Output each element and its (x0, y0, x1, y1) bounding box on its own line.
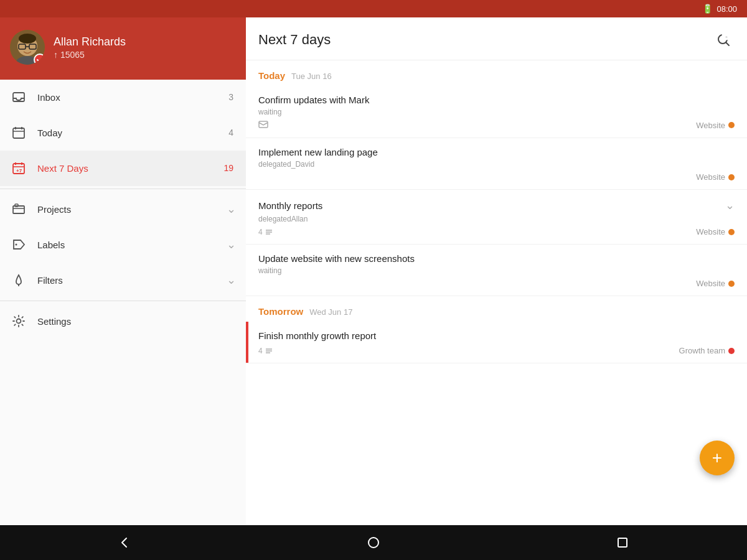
task-meta-left-3: 4 (258, 228, 273, 236)
sidebar-count-today: 4 (228, 128, 233, 138)
status-time: 08:00 (716, 4, 737, 14)
sidebar-item-projects[interactable]: Projects ⌄ (0, 192, 246, 227)
notification-area (718, 25, 735, 45)
inbox-icon (10, 88, 27, 106)
task-title-1: Confirm updates with Mark (258, 95, 735, 105)
task-item-confirm-updates[interactable]: Confirm updates with Mark waiting (246, 86, 747, 138)
task-list: Today Tue Jun 16 Confirm updates with Ma… (246, 60, 747, 525)
task-count-3: 4 (258, 228, 273, 236)
filters-icon (10, 271, 27, 289)
svg-point-22 (725, 37, 728, 40)
task-meta-3: 4 Website (258, 227, 735, 236)
svg-rect-25 (259, 121, 268, 128)
back-button[interactable] (106, 530, 143, 555)
task-project-4: Website (696, 279, 735, 288)
project-dot-1 (728, 122, 735, 128)
task-item-screenshots[interactable]: Update website with new screenshots wait… (246, 245, 747, 296)
sidebar-label-inbox: Inbox (37, 92, 228, 103)
user-karma: ↑ 15065 (54, 50, 126, 60)
svg-point-21 (17, 319, 21, 324)
status-bar: 🔋 08:00 (0, 0, 747, 17)
divider-1 (0, 189, 246, 189)
projects-chevron-icon: ⌄ (227, 202, 236, 216)
main-area: Allan Richards ↑ 15065 Inbox 3 (0, 17, 747, 525)
labels-icon (10, 236, 27, 253)
sidebar-count-inbox: 3 (228, 92, 233, 102)
svg-point-32 (369, 538, 378, 548)
avatar (10, 30, 45, 65)
task-meta-5: 4 Growth team (258, 346, 735, 355)
svg-rect-18 (15, 204, 18, 207)
divider-2 (0, 301, 246, 301)
user-info: Allan Richards ↑ 15065 (54, 35, 126, 60)
right-panel: Next 7 days Today Tue Jun 16 (246, 17, 747, 525)
task-meta-4: Website (258, 279, 735, 288)
user-header: Allan Richards ↑ 15065 (0, 17, 246, 80)
email-icon-1 (258, 120, 268, 130)
task-panel: Next 7 days Today Tue Jun 16 (246, 17, 747, 525)
sidebar-nav: Inbox 3 Today 4 (0, 80, 246, 525)
task-subtitle-1: waiting (258, 108, 735, 116)
svg-rect-33 (618, 538, 627, 547)
section-tomorrow: Tomorrow Wed Jun 17 (246, 296, 747, 322)
task-meta-left-1 (258, 120, 268, 130)
task-subtitle-4: waiting (258, 266, 735, 275)
task-project-2: Website (696, 172, 735, 182)
sidebar-label-projects: Projects (37, 204, 224, 215)
section-today: Today Tue Jun 16 (246, 60, 747, 86)
sidebar-item-next7days[interactable]: +7 Next 7 Days 19 (0, 151, 246, 186)
projects-icon (10, 200, 27, 218)
battery-icon: 🔋 (702, 4, 713, 14)
task-title-4: Update website with new screenshots (258, 253, 735, 264)
svg-point-2 (19, 34, 36, 44)
section-today-date: Tue Jun 16 (291, 72, 332, 81)
task-meta-1: Website (258, 120, 735, 130)
project-dot-3 (728, 229, 735, 235)
sidebar: Allan Richards ↑ 15065 Inbox 3 (0, 17, 246, 525)
task-expand-icon-3[interactable]: ⌄ (725, 198, 735, 212)
sidebar-item-today[interactable]: Today 4 (0, 115, 246, 151)
fab-plus-icon: + (712, 449, 722, 467)
labels-chevron-icon: ⌄ (227, 238, 236, 251)
task-subtitle-3: delegatedAllan (258, 215, 735, 223)
sidebar-label-labels: Labels (37, 240, 224, 250)
svg-text:+7: +7 (16, 168, 22, 174)
task-meta-2: Website (258, 172, 735, 182)
bottom-navigation-bar (0, 525, 747, 560)
sidebar-label-today: Today (37, 128, 228, 138)
sidebar-item-inbox[interactable]: Inbox 3 (0, 80, 246, 115)
task-meta-left-5: 4 (258, 347, 273, 355)
task-panel-title: Next 7 days (258, 32, 712, 48)
sidebar-item-filters[interactable]: Filters ⌄ (0, 263, 246, 298)
task-title-2: Implement new landing page (258, 147, 735, 157)
task-project-1: Website (696, 121, 735, 130)
task-item-growth-report[interactable]: Finish monthly growth report 4 (246, 322, 747, 363)
sidebar-item-settings[interactable]: Settings (0, 304, 246, 339)
add-task-fab[interactable]: + (700, 441, 735, 475)
task-count-5: 4 (258, 347, 273, 355)
svg-rect-17 (13, 206, 24, 213)
sidebar-count-next7days: 19 (223, 163, 233, 173)
svg-rect-8 (13, 128, 24, 138)
project-dot-2 (728, 174, 735, 180)
task-subtitle-2: delegated_David (258, 160, 735, 169)
recents-button[interactable] (604, 530, 641, 555)
section-tomorrow-label: Tomorrow (258, 306, 303, 317)
sidebar-item-labels[interactable]: Labels ⌄ (0, 227, 246, 263)
today-icon (10, 124, 27, 141)
task-title-3: Monthly reports ⌄ (258, 198, 735, 212)
project-dot-4 (728, 281, 735, 287)
sidebar-label-filters: Filters (37, 275, 224, 286)
task-item-landing-page[interactable]: Implement new landing page delegated_Dav… (246, 138, 747, 190)
section-today-label: Today (258, 70, 285, 81)
sidebar-label-settings: Settings (37, 316, 236, 327)
task-title-5: Finish monthly growth report (258, 330, 735, 341)
home-button[interactable] (355, 530, 392, 555)
task-project-5: Growth team (679, 346, 735, 355)
svg-point-19 (16, 244, 17, 246)
notification-bell-icon[interactable] (718, 29, 735, 44)
filters-chevron-icon: ⌄ (227, 273, 236, 287)
task-item-monthly-reports[interactable]: Monthly reports ⌄ delegatedAllan 4 (246, 190, 747, 245)
task-panel-header: Next 7 days (246, 17, 747, 60)
check-badge (34, 54, 45, 65)
